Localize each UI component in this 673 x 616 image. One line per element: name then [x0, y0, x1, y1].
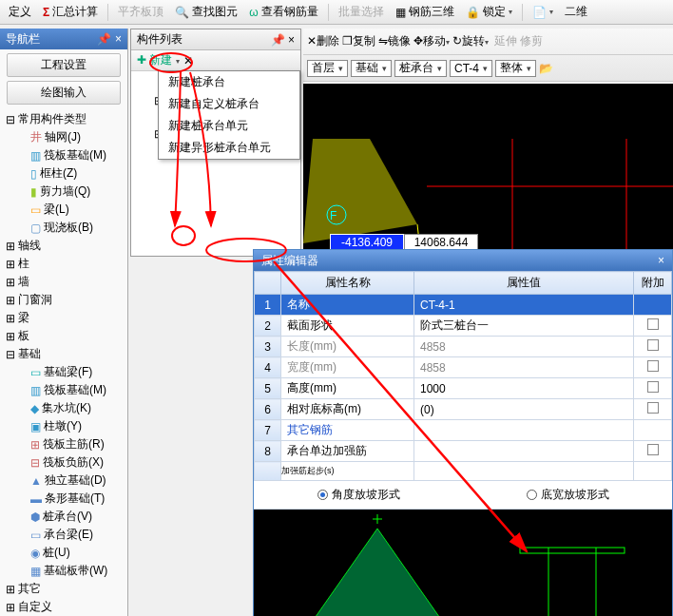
- svg-marker-0: [303, 139, 417, 243]
- subcat-select[interactable]: 桩承台▾: [394, 60, 447, 77]
- svg-text:F: F: [330, 209, 336, 222]
- pin-icon[interactable]: 📌: [97, 32, 111, 46]
- tree-item[interactable]: ⬢桩承台(V): [30, 508, 124, 526]
- tree-item[interactable]: ▮剪力墙(Q): [30, 183, 124, 201]
- nav-tree[interactable]: ⊟常用构件类型 井轴网(J) ▥筏板基础(M) ▯框柱(Z) ▮剪力墙(Q) ▭…: [0, 108, 127, 616]
- property-row[interactable]: 7其它钢筋: [255, 420, 672, 441]
- open-btn[interactable]: 📂: [539, 62, 553, 75]
- tree-item[interactable]: ▥筏板基础(M): [30, 146, 124, 164]
- tree-group[interactable]: ⊞梁: [6, 309, 124, 327]
- radio-width[interactable]: 底宽放坡形式: [527, 487, 609, 503]
- canvas-area: ✕删除 ❐复制 ⇋镜像 ✥移动▾ ↻旋转▾ 延伸 修剪 首层▾ 基础▾ 桩承台▾…: [303, 29, 673, 257]
- tree-item[interactable]: ▭梁(L): [30, 201, 124, 219]
- close-icon[interactable]: ✕: [183, 54, 193, 67]
- doc-btn[interactable]: 📄▾: [528, 4, 558, 21]
- floor-select[interactable]: 首层▾: [307, 60, 348, 77]
- tree-group[interactable]: ⊞门窗洞: [6, 291, 124, 309]
- tree-item[interactable]: ▭基础梁(F): [30, 363, 124, 381]
- viewbar-btn[interactable]: ω查看钢筋量: [244, 2, 322, 22]
- svg-rect-13: [520, 548, 625, 553]
- draw-input-btn[interactable]: 绘图输入: [7, 81, 121, 105]
- property-row[interactable]: 加强筋起步(s): [255, 462, 672, 481]
- tree-item[interactable]: ▢现浇板(B): [30, 219, 124, 237]
- trim-btn: 修剪: [520, 33, 543, 49]
- property-table[interactable]: 属性名称 属性值 附加 1名称CT-4-1 2截面形状阶式三桩台一 3长度(mm…: [254, 271, 672, 481]
- extend-btn: 延伸: [494, 33, 517, 49]
- tree-item[interactable]: ⊞筏板主筋(R): [30, 435, 124, 453]
- close-icon[interactable]: ×: [288, 33, 295, 47]
- menu-item[interactable]: 新建自定义桩承台: [159, 93, 299, 115]
- section-preview: 分布筋 分布筋: [254, 510, 672, 616]
- nav-title: 导航栏 📌×: [0, 29, 127, 49]
- mirror-btn[interactable]: ⇋镜像: [378, 33, 411, 49]
- property-row[interactable]: 2截面形状阶式三桩台一: [255, 316, 672, 337]
- batchsel-btn: 批量选择: [334, 2, 389, 22]
- lock-btn[interactable]: 🔒锁定▾: [461, 2, 517, 22]
- property-editor: 属性编辑器× 属性名称 属性值 附加 1名称CT-4-1 2截面形状阶式三桩台一…: [253, 249, 673, 616]
- pin-icon[interactable]: 📌: [271, 33, 285, 47]
- tree-item[interactable]: ▥筏板基础(M): [30, 381, 124, 399]
- 2d-btn[interactable]: 二维: [560, 2, 592, 22]
- new-component-btn[interactable]: ✚ 新建 ▾: [137, 52, 180, 68]
- menu-item[interactable]: 新建异形桩承台单元: [159, 137, 299, 159]
- property-row[interactable]: 3长度(mm)4858: [255, 337, 672, 357]
- menu-item[interactable]: 新建桩承台: [159, 71, 299, 93]
- item-select[interactable]: CT-4▾: [450, 60, 492, 77]
- flat-btn: 平齐板顶: [113, 2, 168, 22]
- tree-item[interactable]: ▣柱墩(Y): [30, 417, 124, 435]
- main-toolbar-1: 定义 Σ汇总计算 平齐板顶 🔍查找图元 ω查看钢筋量 批量选择 ▦钢筋三维 🔒锁…: [0, 0, 673, 25]
- define-btn[interactable]: 定义: [4, 2, 36, 22]
- tree-group[interactable]: ⊞自定义: [6, 598, 124, 616]
- menu-item[interactable]: 新建桩承台单元: [159, 115, 299, 137]
- tree-group[interactable]: ⊟基础: [6, 345, 124, 363]
- tree-group[interactable]: ⊞板: [6, 327, 124, 345]
- tree-group[interactable]: ⊞柱: [6, 255, 124, 273]
- tree-item[interactable]: ▯框柱(Z): [30, 164, 124, 183]
- tree-item[interactable]: ▦基础板带(W): [30, 562, 124, 580]
- bar3d-btn[interactable]: ▦钢筋三维: [391, 2, 459, 22]
- rotate-btn[interactable]: ↻旋转▾: [452, 33, 489, 49]
- close-icon[interactable]: ×: [115, 32, 122, 46]
- property-editor-title: 属性编辑器×: [254, 250, 672, 271]
- tree-group: ⊟常用构件类型: [6, 110, 124, 128]
- tree-group[interactable]: ⊞墙: [6, 273, 124, 291]
- close-icon[interactable]: ×: [658, 254, 664, 267]
- tree-item[interactable]: ▲独立基础(D): [30, 472, 124, 490]
- delete-btn[interactable]: ✕删除: [307, 33, 339, 49]
- component-list-title: 构件列表 📌 ×: [131, 29, 300, 50]
- slope-form-radios[interactable]: 角度放坡形式 底宽放坡形式: [254, 481, 672, 510]
- tree-item[interactable]: ◉桩(U): [30, 544, 124, 562]
- tree-item[interactable]: 井轴网(J): [30, 128, 124, 146]
- new-component-menu[interactable]: 新建桩承台 新建自定义桩承台 新建桩承台单元 新建异形桩承台单元: [158, 70, 300, 160]
- category-select[interactable]: 基础▾: [351, 60, 392, 77]
- project-settings-btn[interactable]: 工程设置: [7, 53, 121, 77]
- tree-group[interactable]: ⊞轴线: [6, 237, 124, 255]
- property-row[interactable]: 5高度(mm)1000: [255, 378, 672, 399]
- property-row[interactable]: 4宽度(mm)4858: [255, 357, 672, 378]
- property-row[interactable]: 8承台单边加强筋: [255, 441, 672, 462]
- radio-angle[interactable]: 角度放坡形式: [317, 487, 400, 503]
- property-row[interactable]: 6相对底标高(m)(0): [255, 399, 672, 420]
- svg-marker-8: [311, 529, 444, 616]
- tree-item[interactable]: ▬条形基础(T): [30, 490, 124, 508]
- scope-select[interactable]: 整体▾: [495, 60, 536, 77]
- property-row[interactable]: 1名称CT-4-1: [255, 295, 672, 316]
- move-btn[interactable]: ✥移动▾: [413, 33, 450, 49]
- drawing-canvas[interactable]: F: [303, 84, 673, 257]
- nav-panel: 导航栏 📌× 工程设置 绘图输入 ⊟常用构件类型 井轴网(J) ▥筏板基础(M)…: [0, 29, 128, 616]
- tree-item[interactable]: ◆集水坑(K): [30, 399, 124, 417]
- find-btn[interactable]: 🔍查找图元: [170, 2, 242, 22]
- tree-item[interactable]: ▭承台梁(E): [30, 526, 124, 544]
- tree-item[interactable]: ⊟筏板负筋(X): [30, 453, 124, 472]
- sum-btn[interactable]: Σ汇总计算: [38, 2, 103, 22]
- copy-btn[interactable]: ❐复制: [342, 33, 375, 49]
- tree-group[interactable]: ⊞其它: [6, 580, 124, 598]
